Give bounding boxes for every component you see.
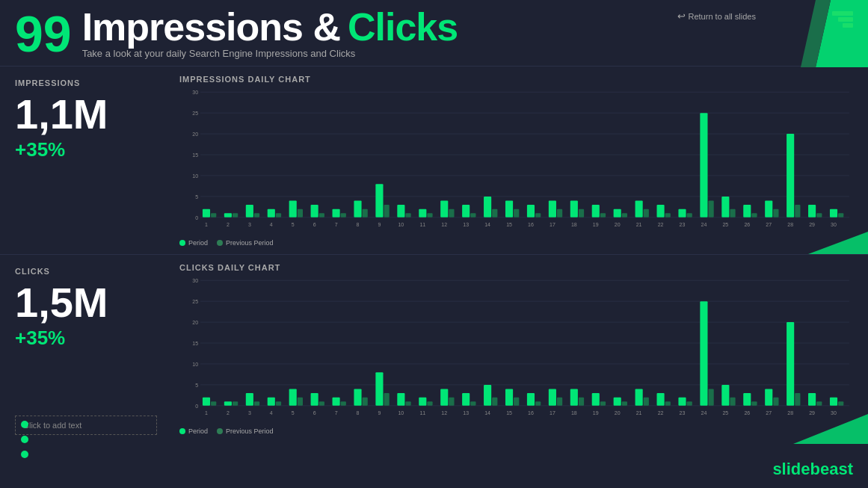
- title-main: Impressions &: [82, 7, 340, 46]
- svg-rect-94: [765, 200, 772, 217]
- svg-text:28: 28: [787, 410, 793, 416]
- svg-rect-41: [384, 205, 390, 217]
- svg-rect-149: [405, 401, 410, 406]
- svg-text:6: 6: [313, 222, 316, 228]
- svg-text:20: 20: [615, 222, 621, 228]
- svg-rect-62: [535, 213, 541, 217]
- return-arrow-icon: ↩: [677, 10, 686, 22]
- prev-period-dot: [217, 240, 223, 246]
- svg-rect-166: [527, 393, 535, 406]
- svg-text:0: 0: [195, 215, 198, 221]
- svg-text:5: 5: [195, 383, 198, 389]
- svg-rect-88: [721, 197, 729, 217]
- svg-text:25: 25: [192, 299, 198, 305]
- svg-rect-167: [535, 401, 541, 406]
- return-label: Return to all slides: [689, 12, 757, 21]
- svg-rect-40: [375, 184, 383, 217]
- svg-text:30: 30: [192, 90, 198, 96]
- svg-rect-25: [268, 209, 275, 217]
- svg-text:16: 16: [528, 410, 534, 416]
- svg-rect-193: [721, 385, 729, 406]
- svg-rect-173: [579, 398, 584, 406]
- svg-rect-92: [751, 213, 757, 217]
- svg-text:30: 30: [831, 410, 837, 416]
- svg-text:12: 12: [441, 410, 447, 416]
- svg-text:17: 17: [550, 410, 555, 416]
- svg-rect-152: [427, 401, 432, 406]
- svg-rect-134: [298, 398, 303, 406]
- clicks-change: +35%: [15, 327, 164, 350]
- clicks-legend-period: Period: [179, 427, 208, 435]
- svg-rect-181: [635, 389, 643, 405]
- svg-text:2: 2: [227, 222, 230, 228]
- bar-chart-icon: [832, 11, 853, 28]
- svg-rect-49: [440, 200, 448, 217]
- svg-rect-83: [687, 213, 692, 217]
- svg-text:9: 9: [378, 410, 381, 416]
- svg-rect-74: [622, 213, 627, 217]
- svg-text:6: 6: [313, 410, 316, 416]
- svg-rect-157: [462, 393, 470, 406]
- svg-text:2: 2: [227, 410, 230, 416]
- svg-rect-32: [319, 213, 324, 217]
- svg-rect-179: [622, 401, 627, 406]
- svg-rect-58: [505, 200, 513, 217]
- svg-rect-161: [492, 398, 497, 406]
- return-link[interactable]: ↩ Return to all slides: [677, 10, 757, 22]
- svg-rect-155: [449, 398, 454, 406]
- nav-dot-1[interactable]: [21, 421, 28, 428]
- impressions-label: IMPRESSIONS: [15, 78, 164, 87]
- svg-rect-124: [224, 401, 232, 406]
- svg-text:7: 7: [335, 222, 338, 228]
- svg-rect-95: [773, 209, 778, 217]
- svg-rect-196: [743, 393, 751, 406]
- svg-text:19: 19: [593, 410, 599, 416]
- legend-prev-period: Previous Period: [217, 239, 274, 247]
- svg-rect-160: [484, 385, 491, 406]
- nav-dot-3[interactable]: [21, 451, 28, 458]
- svg-rect-121: [203, 398, 210, 406]
- impressions-legend: Period Previous Period: [179, 239, 853, 247]
- svg-rect-175: [592, 393, 600, 406]
- svg-rect-79: [656, 205, 664, 217]
- add-text-box[interactable]: Click to add text: [15, 416, 157, 435]
- svg-rect-86: [708, 200, 713, 217]
- svg-rect-176: [600, 401, 606, 406]
- svg-text:20: 20: [615, 410, 621, 416]
- impressions-chart-panel: IMPRESSIONS DAILY CHART 0510152025301234…: [179, 75, 853, 247]
- svg-text:25: 25: [722, 410, 728, 416]
- svg-text:11: 11: [419, 410, 425, 416]
- brand-white: slide: [772, 460, 810, 478]
- svg-rect-55: [484, 197, 491, 217]
- svg-text:8: 8: [357, 222, 360, 228]
- svg-text:19: 19: [593, 222, 599, 228]
- svg-rect-56: [492, 209, 497, 217]
- svg-text:17: 17: [550, 222, 555, 228]
- svg-rect-125: [233, 401, 238, 406]
- svg-rect-154: [440, 389, 448, 405]
- svg-rect-143: [363, 398, 368, 406]
- impressions-chart-container: 0510152025301234567891011121314151617181…: [179, 88, 853, 237]
- svg-text:23: 23: [680, 410, 686, 416]
- big-number: 99: [15, 8, 72, 59]
- svg-rect-77: [644, 209, 649, 217]
- svg-text:15: 15: [192, 341, 198, 347]
- svg-rect-164: [514, 398, 519, 406]
- svg-text:9: 9: [378, 222, 381, 228]
- svg-rect-206: [816, 401, 822, 406]
- branding: slidebeast: [772, 460, 853, 479]
- impressions-change: +35%: [15, 138, 164, 161]
- svg-rect-169: [549, 389, 556, 405]
- svg-rect-151: [419, 398, 426, 406]
- svg-rect-209: [838, 401, 843, 406]
- svg-rect-170: [557, 398, 562, 406]
- nav-dot-2[interactable]: [21, 436, 28, 443]
- svg-rect-158: [470, 401, 475, 406]
- svg-rect-89: [730, 209, 735, 217]
- impressions-row: IMPRESSIONS 1,1M +35% IMPRESSIONS DAILY …: [0, 67, 868, 254]
- mid-divider: [0, 254, 868, 255]
- svg-text:10: 10: [398, 222, 404, 228]
- clicks-chart-container: 0510152025301234567891011121314151617181…: [179, 277, 853, 425]
- svg-text:28: 28: [787, 222, 793, 228]
- svg-rect-103: [830, 209, 837, 217]
